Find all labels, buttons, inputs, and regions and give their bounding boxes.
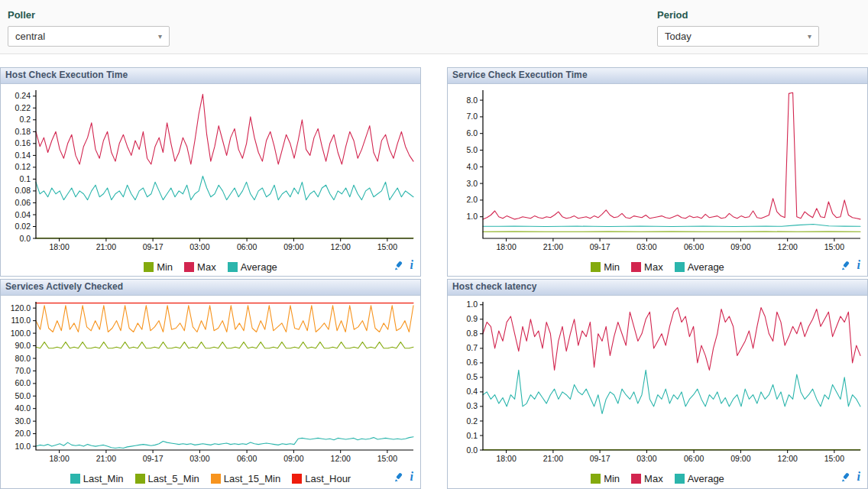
svg-text:18:00: 18:00 xyxy=(496,454,516,463)
chart-legend: MinMaxAverage xyxy=(144,261,277,273)
svg-text:15:00: 15:00 xyxy=(377,242,397,251)
legend-label: Max xyxy=(197,261,216,273)
svg-text:0.3: 0.3 xyxy=(466,401,478,410)
svg-text:06:00: 06:00 xyxy=(237,242,257,251)
legend-item: Average xyxy=(675,473,724,484)
legend-swatch xyxy=(211,474,221,484)
legend-swatch xyxy=(70,474,80,484)
graph-info-icon[interactable]: i xyxy=(410,259,413,271)
svg-text:0.6: 0.6 xyxy=(466,358,478,367)
svg-text:0.2: 0.2 xyxy=(466,416,478,426)
chart-canvas[interactable]: 1.02.03.04.05.06.07.08.018:0021:0009-170… xyxy=(448,84,867,257)
filter-bar: Poller central ▾ Period Today ▾ xyxy=(0,0,868,54)
svg-text:18:00: 18:00 xyxy=(49,242,69,251)
legend-item: Average xyxy=(228,261,277,273)
svg-text:0.16: 0.16 xyxy=(15,138,31,147)
svg-text:3.0: 3.0 xyxy=(466,179,478,188)
legend-label: Last_5_Min xyxy=(148,473,199,484)
chart-canvas[interactable]: 10.020.030.040.050.060.070.080.090.0100.… xyxy=(1,296,420,468)
legend-item: Max xyxy=(184,261,216,273)
legend-label: Min xyxy=(604,261,620,273)
poller-select[interactable]: central ▾ xyxy=(8,26,170,47)
svg-text:0.08: 0.08 xyxy=(15,186,31,195)
svg-text:8.0: 8.0 xyxy=(466,96,478,105)
legend-label: Average xyxy=(241,261,277,273)
legend-label: Last_Hour xyxy=(305,473,351,484)
period-filter-group: Period Today ▾ xyxy=(657,9,819,47)
legend-label: Last_Min xyxy=(83,473,124,484)
chart-title: Service Check Execution Time xyxy=(448,68,867,84)
chart-title: Host Check Execution Time xyxy=(1,68,420,84)
graph-info-icon[interactable]: i xyxy=(857,471,860,483)
svg-text:0.1: 0.1 xyxy=(19,174,31,183)
svg-text:80.0: 80.0 xyxy=(15,354,31,363)
svg-text:09-17: 09-17 xyxy=(590,454,611,463)
svg-text:15:00: 15:00 xyxy=(824,454,844,463)
svg-text:7.0: 7.0 xyxy=(466,112,478,121)
legend-item: Min xyxy=(144,261,173,273)
svg-text:0.4: 0.4 xyxy=(466,387,478,396)
chart-canvas[interactable]: 0.00.020.040.060.080.10.120.140.160.180.… xyxy=(1,84,420,257)
svg-text:15:00: 15:00 xyxy=(377,454,397,463)
svg-text:0.7: 0.7 xyxy=(466,343,478,352)
chart-title: Host check latency xyxy=(448,280,867,296)
svg-text:03:00: 03:00 xyxy=(636,242,656,251)
legend-swatch xyxy=(675,262,685,272)
svg-text:0.22: 0.22 xyxy=(15,103,31,112)
svg-text:03:00: 03:00 xyxy=(189,454,209,463)
svg-text:12:00: 12:00 xyxy=(778,242,798,251)
svg-text:20.0: 20.0 xyxy=(15,429,31,438)
svg-text:06:00: 06:00 xyxy=(684,242,704,251)
legend-item: Last_5_Min xyxy=(135,473,199,484)
svg-text:0.24: 0.24 xyxy=(15,91,31,100)
svg-text:0.0: 0.0 xyxy=(19,234,31,243)
svg-text:5.0: 5.0 xyxy=(466,145,478,154)
svg-text:03:00: 03:00 xyxy=(636,454,656,463)
graph-info-icon[interactable]: i xyxy=(857,259,860,271)
svg-text:21:00: 21:00 xyxy=(543,242,563,251)
edit-graph-icon[interactable] xyxy=(394,261,403,270)
svg-text:21:00: 21:00 xyxy=(96,242,116,251)
svg-text:70.0: 70.0 xyxy=(15,366,31,375)
svg-text:2.0: 2.0 xyxy=(466,195,478,204)
legend-label: Average xyxy=(688,261,724,273)
legend-swatch xyxy=(675,474,685,484)
panel-services-actively-checked: Services Actively Checked 10.020.030.040… xyxy=(0,279,421,489)
svg-text:0.9: 0.9 xyxy=(466,314,478,323)
period-select-value: Today xyxy=(665,31,691,42)
legend-label: Average xyxy=(688,473,724,484)
svg-text:18:00: 18:00 xyxy=(49,454,69,463)
poller-filter-group: Poller central ▾ xyxy=(8,9,170,47)
svg-text:0.12: 0.12 xyxy=(15,162,31,171)
svg-text:4.0: 4.0 xyxy=(466,162,478,171)
legend-swatch xyxy=(184,262,194,272)
period-label: Period xyxy=(657,9,819,21)
legend-swatch xyxy=(135,474,145,484)
svg-text:21:00: 21:00 xyxy=(96,454,116,463)
chart-title: Services Actively Checked xyxy=(1,280,420,296)
period-select[interactable]: Today ▾ xyxy=(657,26,819,47)
svg-text:0.0: 0.0 xyxy=(466,445,478,455)
legend-label: Max xyxy=(644,473,663,484)
chart-canvas[interactable]: 0.00.10.20.30.40.50.60.70.80.91.018:0021… xyxy=(448,296,867,468)
legend-item: Average xyxy=(675,261,724,273)
svg-text:09:00: 09:00 xyxy=(730,454,750,463)
panel-host-check-latency: Host check latency 0.00.10.20.30.40.50.6… xyxy=(447,279,868,489)
svg-text:0.2: 0.2 xyxy=(19,115,31,124)
edit-graph-icon[interactable] xyxy=(394,472,403,482)
chevron-down-icon: ▾ xyxy=(808,33,811,40)
chart-legend: MinMaxAverage xyxy=(591,261,724,273)
svg-text:110.0: 110.0 xyxy=(11,316,31,325)
edit-graph-icon[interactable] xyxy=(840,472,850,482)
legend-label: Last_15_Min xyxy=(224,473,280,484)
svg-text:40.0: 40.0 xyxy=(15,403,31,413)
legend-swatch xyxy=(631,262,641,272)
svg-text:90.0: 90.0 xyxy=(15,341,31,350)
svg-text:0.06: 0.06 xyxy=(15,198,31,207)
legend-item: Max xyxy=(631,261,663,273)
svg-text:09-17: 09-17 xyxy=(143,242,164,251)
graph-info-icon[interactable]: i xyxy=(410,471,413,483)
legend-swatch xyxy=(228,262,238,272)
svg-text:0.18: 0.18 xyxy=(15,127,31,136)
edit-graph-icon[interactable] xyxy=(840,261,850,270)
